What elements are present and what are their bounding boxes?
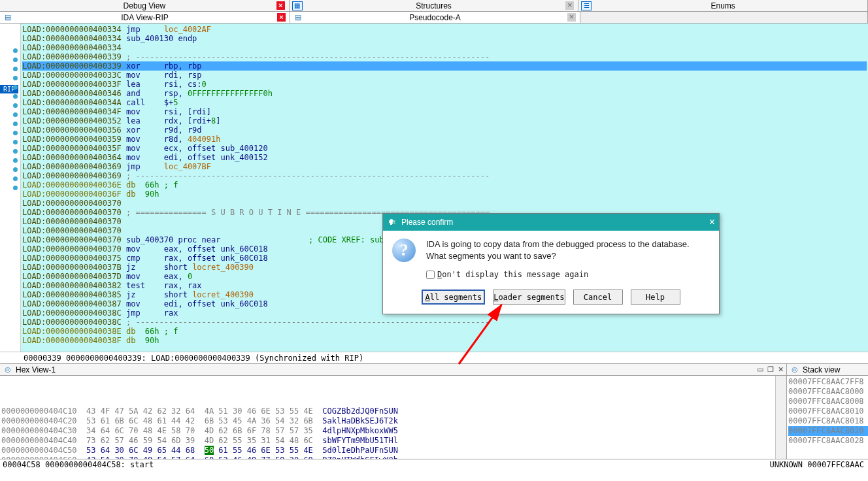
restore-icon[interactable]: ❐ xyxy=(767,365,774,374)
hex-view-panel: ◎ Hex View-1 ▭ ❐ ✕ 0000000000404C10 43 4… xyxy=(0,364,787,459)
stack-icon: ◎ xyxy=(790,365,800,374)
top-tabstrip: Debug View × ▦ Structures × ☰ Enums xyxy=(0,0,868,12)
help-button[interactable]: Help xyxy=(631,290,680,305)
stack-view-panel: ◎ Stack view 00007FFC8AAC7FF800007FFC8AA… xyxy=(787,364,868,459)
tab-debug-view-label: Debug View xyxy=(124,1,166,10)
hex-line[interactable]: 0000000000404C40 73 62 57 46 59 54 6D 39… xyxy=(1,436,786,446)
disasm-line[interactable]: LOAD:0000000000400346 and rsp, 0FFFFFFFF… xyxy=(22,89,867,98)
tab-pseudocode-a-label: Pseudocode-A xyxy=(409,13,461,22)
scrollbar-vertical[interactable] xyxy=(775,376,786,459)
app-icon: 🗣 xyxy=(387,217,397,227)
disasm-line[interactable]: LOAD:000000000040038C ; ----------------… xyxy=(22,318,867,327)
hex-line[interactable]: 0000000000404C30 34 64 6C 70 48 4E 58 70… xyxy=(1,426,786,436)
disasm-line[interactable]: LOAD:000000000040038E db 66h ; f xyxy=(22,327,867,336)
hex-view-title: Hex View-1 xyxy=(16,365,56,374)
breakpoint-gutter[interactable] xyxy=(13,48,18,195)
stack-line[interactable]: 00007FFC8AAC8010 xyxy=(788,406,868,416)
dialog-message: IDA is going to copy data from the debug… xyxy=(426,239,690,280)
disasm-line[interactable]: LOAD:0000000000400334 sub_400130 endp xyxy=(22,34,867,43)
dialog-button-row: All segments Loader segments Cancel Help xyxy=(383,283,719,314)
dialog-line1: IDA is going to copy data from the debug… xyxy=(426,239,690,250)
close-icon[interactable]: ✕ xyxy=(778,365,784,374)
hex-icon: ◎ xyxy=(3,365,13,374)
confirm-dialog: 🗣 Please confirm × ? IDA is going to cop… xyxy=(382,213,720,314)
hex-view-body[interactable]: 0000000000404C10 43 4F 47 5A 42 62 32 64… xyxy=(0,376,786,459)
hex-line[interactable]: 0000000000404C60 42 5A 30 70 48 54 57 64… xyxy=(1,456,786,459)
hex-line[interactable]: 0000000000404C50 53 64 30 6C 49 65 44 68… xyxy=(1,446,786,456)
tab-debug-view[interactable]: Debug View × xyxy=(0,0,290,11)
disasm-status-bar: 00000339 0000000000400339: LOAD:00000000… xyxy=(0,352,868,363)
stack-line[interactable]: 00007FFC8AAC8000 xyxy=(788,387,868,397)
hex-line[interactable]: 0000000000404C20 53 61 6B 6C 48 61 44 42… xyxy=(1,416,786,426)
document-icon: ▤ xyxy=(3,13,13,22)
dialog-line2: What segments you want to save? xyxy=(426,250,690,262)
disasm-line[interactable]: LOAD:000000000040036E db 66h ; f xyxy=(22,180,867,190)
disasm-line[interactable]: LOAD:0000000000400334 jmp loc_4002AF xyxy=(22,25,867,34)
disasm-line[interactable]: LOAD:0000000000400369 jmp loc_4007BF xyxy=(22,162,867,171)
structures-icon: ▦ xyxy=(292,1,303,10)
disasm-line[interactable]: LOAD:0000000000400369 ; ----------------… xyxy=(22,171,867,180)
footer-status-bar: 00004C58 0000000000404C58: start UNKNOWN… xyxy=(0,459,868,470)
disasm-line[interactable]: LOAD:0000000000400339 xor rbp, rbp xyxy=(22,61,867,71)
dont-display-checkbox[interactable] xyxy=(426,271,435,279)
hex-line[interactable]: 0000000000404C10 43 4F 47 5A 42 62 32 64… xyxy=(1,406,786,416)
disasm-line[interactable]: LOAD:0000000000400339 ; ----------------… xyxy=(22,52,867,61)
bottom-panels: ◎ Hex View-1 ▭ ❐ ✕ 0000000000404C10 43 4… xyxy=(0,363,868,459)
document-icon: ▤ xyxy=(293,13,303,22)
close-icon[interactable]: × xyxy=(565,1,574,10)
tab-structures-label: Structures xyxy=(416,1,452,10)
tab-remainder xyxy=(580,12,868,23)
stack-line[interactable]: 00007FFC8AAC8028 xyxy=(788,436,868,446)
disasm-line[interactable]: LOAD:000000000040034A call $+5 xyxy=(22,98,867,107)
close-icon[interactable]: × xyxy=(277,13,286,22)
close-icon[interactable]: × xyxy=(276,1,285,10)
disasm-line[interactable]: LOAD:0000000000400352 lea rdx, [rdi+8] xyxy=(22,116,867,125)
tab-ida-view-rip[interactable]: ▤ IDA View-RIP × xyxy=(0,12,290,23)
stack-view-title: Stack view xyxy=(803,365,840,374)
close-icon[interactable]: × xyxy=(709,216,715,228)
tab-ida-view-rip-label: IDA View-RIP xyxy=(121,13,168,22)
panel-window-controls[interactable]: ▭ ❐ ✕ xyxy=(757,365,784,374)
disasm-line[interactable]: LOAD:0000000000400364 mov edi, offset un… xyxy=(22,153,867,162)
stack-line[interactable]: 00007FFC8AAC8020 xyxy=(788,426,868,436)
footer-left-text: 00004C58 0000000000404C58: start xyxy=(0,460,154,469)
tab-structures[interactable]: ▦ Structures × xyxy=(290,0,579,11)
disasm-line[interactable]: LOAD:0000000000400359 mov r8d, 404091h xyxy=(22,135,867,144)
dont-display-row[interactable]: Don't display this message again xyxy=(426,269,690,280)
stack-view-body[interactable]: 00007FFC8AAC7FF800007FFC8AAC800000007FFC… xyxy=(787,376,868,459)
tab-enums[interactable]: ☰ Enums xyxy=(578,0,868,11)
minimize-icon[interactable]: ▭ xyxy=(757,365,763,374)
cancel-button[interactable]: Cancel xyxy=(573,290,623,305)
tab-enums-label: Enums xyxy=(711,1,735,10)
question-icon: ? xyxy=(392,239,416,262)
loader-segments-button[interactable]: Loader segments xyxy=(493,290,565,305)
tab-pseudocode-a[interactable]: ▤ Pseudocode-A × xyxy=(290,12,580,23)
dont-display-label: Don't display this message again xyxy=(437,269,588,280)
disasm-gutter: RIP xyxy=(0,24,21,352)
sub-tabstrip: ▤ IDA View-RIP × ▤ Pseudocode-A × xyxy=(0,12,868,24)
footer-right-text: UNKNOWN 00007FFC8AAC xyxy=(770,460,869,469)
stack-line[interactable]: 00007FFC8AAC8008 xyxy=(788,397,868,406)
close-icon[interactable]: × xyxy=(567,13,576,22)
disasm-line[interactable]: LOAD:0000000000400334 xyxy=(22,43,867,52)
disasm-line[interactable]: LOAD:0000000000400370 xyxy=(22,199,867,208)
disasm-line[interactable]: LOAD:000000000040036F db 90h xyxy=(22,190,867,199)
dialog-title-text: Please confirm xyxy=(401,218,453,227)
stack-line[interactable]: 00007FFC8AAC8018 xyxy=(788,416,868,426)
disasm-line[interactable]: LOAD:000000000040033F lea rsi, cs:0 xyxy=(22,80,867,89)
disasm-status-text: 00000339 0000000000400339: LOAD:00000000… xyxy=(24,354,363,363)
stack-line[interactable]: 00007FFC8AAC7FF8 xyxy=(788,377,868,387)
disasm-line[interactable]: LOAD:0000000000400356 xor r9d, r9d xyxy=(22,125,867,135)
disasm-line[interactable]: LOAD:000000000040034F mov rsi, [rdi] xyxy=(22,107,867,116)
disasm-line[interactable]: LOAD:000000000040038F db 90h xyxy=(22,336,867,345)
enums-icon: ☰ xyxy=(581,1,592,10)
disasm-line[interactable]: LOAD:000000000040035F mov ecx, offset su… xyxy=(22,144,867,153)
all-segments-button[interactable]: All segments xyxy=(422,290,485,305)
dialog-titlebar[interactable]: 🗣 Please confirm × xyxy=(383,214,719,231)
hex-view-header[interactable]: ◎ Hex View-1 ▭ ❐ ✕ xyxy=(0,364,786,376)
dialog-body: ? IDA is going to copy data from the deb… xyxy=(383,231,719,283)
stack-view-header[interactable]: ◎ Stack view xyxy=(787,364,868,376)
disasm-line[interactable]: LOAD:000000000040033C mov rdi, rsp xyxy=(22,71,867,80)
